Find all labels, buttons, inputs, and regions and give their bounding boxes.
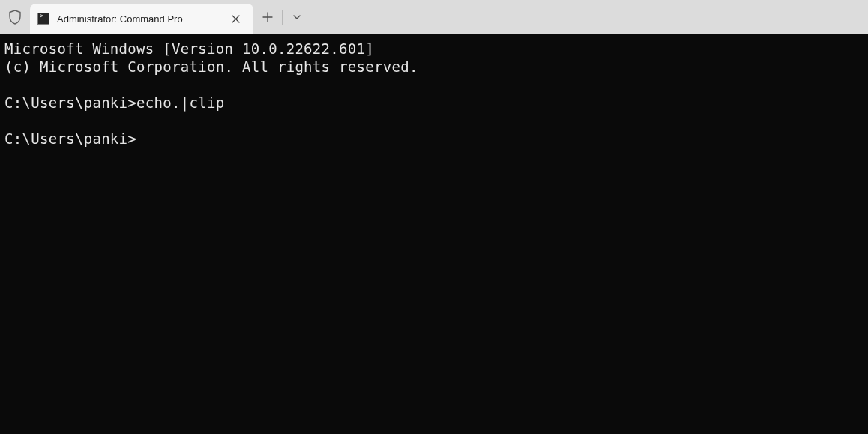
tab-title: Administrator: Command Pro <box>57 13 225 25</box>
titlebar-controls <box>253 0 311 34</box>
terminal-line <box>4 76 864 94</box>
tab-dropdown-button[interactable] <box>283 0 311 34</box>
window-titlebar: Administrator: Command Pro <box>0 0 868 34</box>
terminal-line: (c) Microsoft Corporation. All rights re… <box>4 58 864 76</box>
terminal-line <box>4 112 864 130</box>
terminal-line: C:\Users\panki> <box>4 130 864 148</box>
terminal-output[interactable]: Microsoft Windows [Version 10.0.22622.60… <box>0 34 868 434</box>
chevron-down-icon <box>292 13 301 22</box>
close-icon[interactable] <box>225 8 246 29</box>
shield-icon <box>0 0 30 34</box>
new-tab-button[interactable] <box>253 0 282 34</box>
terminal-line: C:\Users\panki>echo.|clip <box>4 94 864 112</box>
terminal-line: Microsoft Windows [Version 10.0.22622.60… <box>4 40 864 58</box>
cmd-icon <box>37 13 49 25</box>
terminal-tab[interactable]: Administrator: Command Pro <box>30 4 253 34</box>
